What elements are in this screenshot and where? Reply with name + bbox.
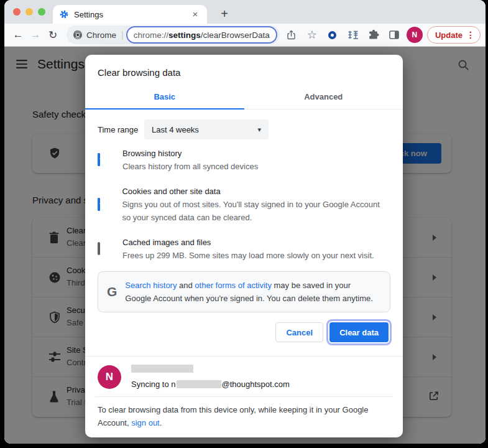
dialog-title: Clear browsing data bbox=[85, 55, 403, 86]
bookmark-star-icon[interactable]: ☆ bbox=[304, 27, 320, 43]
notice-text: and bbox=[177, 281, 195, 290]
tab-advanced[interactable]: Advanced bbox=[244, 86, 403, 110]
time-range-select[interactable]: Last 4 weeks ▾ bbox=[144, 119, 269, 139]
close-window-button[interactable] bbox=[13, 8, 21, 16]
tab-settings[interactable]: Settings × bbox=[53, 5, 207, 24]
search-history-link[interactable]: Search history bbox=[125, 281, 177, 290]
reload-icon[interactable]: ↻ bbox=[44, 26, 62, 44]
url-path: /clearBrowserData bbox=[201, 30, 270, 40]
item-desc: Signs you out of most sites. You'll stay… bbox=[122, 198, 390, 224]
cookies-checkbox[interactable] bbox=[98, 198, 100, 211]
translate-extension-icon[interactable] bbox=[345, 27, 361, 43]
clear-data-button[interactable]: Clear data bbox=[329, 322, 389, 342]
syncing-to-text: Syncing to n bbox=[131, 380, 176, 389]
dialog-footer-note: To clear browsing data from this device … bbox=[85, 397, 403, 437]
kebab-menu-icon[interactable]: ⋮ bbox=[466, 30, 475, 40]
tab-basic[interactable]: Basic bbox=[85, 86, 244, 110]
time-range-value: Last 4 weeks bbox=[152, 125, 199, 134]
extension-circle-icon[interactable] bbox=[325, 27, 341, 43]
item-cached-images: Cached images and files Frees up 299 MB.… bbox=[98, 230, 390, 268]
chrome-logo-icon bbox=[73, 30, 83, 40]
cancel-button[interactable]: Cancel bbox=[275, 322, 323, 342]
account-avatar: N bbox=[98, 365, 121, 389]
profile-avatar[interactable]: N bbox=[407, 27, 423, 43]
redacted-account-name bbox=[131, 365, 193, 373]
browser-toolbar: ← → ↻ Chrome | chrome://settings/clearBr… bbox=[4, 24, 486, 47]
chrome-label: Chrome bbox=[86, 30, 116, 40]
gear-icon bbox=[59, 9, 69, 19]
tab-strip: Settings × + bbox=[4, 0, 486, 24]
footer-text: . bbox=[160, 418, 162, 427]
tab-close-icon[interactable]: × bbox=[190, 9, 201, 20]
other-activity-link[interactable]: other forms of activity bbox=[195, 281, 272, 290]
url-input[interactable]: chrome://settings/clearBrowserData bbox=[126, 26, 277, 44]
sync-account-section: N Syncing to n @thoughtspot.com bbox=[85, 356, 403, 389]
forward-icon: → bbox=[27, 26, 44, 44]
tab-title: Settings bbox=[74, 10, 185, 19]
item-title: Cookies and other site data bbox=[122, 185, 390, 198]
new-tab-button[interactable]: + bbox=[216, 6, 233, 23]
traffic-lights bbox=[13, 8, 45, 16]
clear-browsing-data-dialog: Clear browsing data Basic Advanced Time … bbox=[85, 55, 403, 437]
omnibox-separator: | bbox=[121, 30, 124, 40]
url-host: settings bbox=[168, 30, 201, 40]
share-icon[interactable] bbox=[283, 27, 300, 43]
item-browsing-history: Browsing history Clears history from all… bbox=[98, 141, 390, 179]
update-label: Update bbox=[435, 30, 463, 40]
item-title: Browsing history bbox=[122, 147, 258, 160]
cached-images-checkbox[interactable] bbox=[98, 242, 100, 255]
item-cookies: Cookies and other site data Signs you ou… bbox=[98, 179, 390, 230]
side-panel-icon[interactable] bbox=[386, 27, 402, 43]
zoom-window-button[interactable] bbox=[38, 8, 45, 16]
item-desc: Clears history from all synced devices bbox=[122, 160, 258, 173]
item-desc: Frees up 299 MB. Some sites may load mor… bbox=[122, 249, 374, 262]
update-button[interactable]: Update ⋮ bbox=[427, 26, 481, 44]
url-scheme: chrome:// bbox=[134, 30, 168, 40]
email-domain-text: @thoughtspot.com bbox=[222, 380, 290, 389]
minimize-window-button[interactable] bbox=[25, 8, 33, 16]
dialog-tabs: Basic Advanced bbox=[85, 86, 403, 110]
sign-out-link[interactable]: sign out bbox=[131, 418, 160, 427]
item-title: Cached images and files bbox=[122, 236, 374, 249]
back-icon[interactable]: ← bbox=[9, 26, 27, 44]
chevron-down-icon: ▾ bbox=[257, 126, 261, 134]
browsing-history-checkbox[interactable] bbox=[98, 153, 100, 166]
extensions-puzzle-icon[interactable] bbox=[366, 27, 382, 43]
redacted-email-part bbox=[177, 380, 221, 388]
time-range-label: Time range bbox=[98, 125, 144, 134]
google-g-icon: G bbox=[107, 284, 117, 299]
google-account-notice: G Search history and other forms of acti… bbox=[98, 271, 390, 312]
browser-window: Settings × + ← → ↻ Chrome | chrome://set… bbox=[4, 0, 486, 444]
omnibox[interactable]: Chrome | chrome://settings/clearBrowserD… bbox=[67, 26, 280, 44]
